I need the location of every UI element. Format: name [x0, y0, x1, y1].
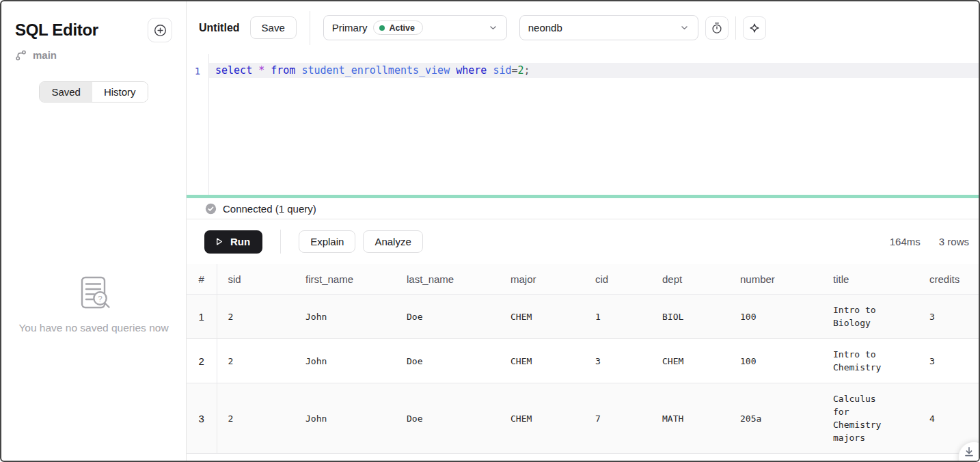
table-cell: CHEM: [651, 339, 729, 383]
table-cell: Calculus for Chemistry majors: [822, 383, 918, 454]
ai-assist-button[interactable]: [743, 16, 766, 40]
table-cell: John: [295, 383, 396, 454]
check-circle-icon: [205, 203, 217, 215]
sidebar: SQL Editor main Saved History: [1, 1, 187, 461]
query-stats: 164ms 3 rows: [890, 236, 969, 247]
branch-indicator: main: [15, 49, 172, 61]
download-icon: [963, 446, 975, 458]
database-name: neondb: [528, 22, 562, 33]
row-number: 2: [187, 339, 217, 383]
row-number: 1: [187, 295, 217, 339]
table-cell: 100: [729, 339, 822, 383]
tab-history[interactable]: History: [92, 82, 148, 102]
status-badge-label: Active: [389, 23, 415, 33]
analyze-button[interactable]: Analyze: [363, 230, 422, 253]
row-number: 3: [187, 383, 217, 454]
sql-editor-window: SQL Editor main Saved History: [0, 0, 980, 462]
table-cell: BIOL: [651, 295, 729, 339]
connection-status-bar: Connected (1 query): [187, 198, 979, 219]
column-header: dept: [651, 264, 729, 295]
stopwatch-icon: [711, 22, 723, 34]
play-icon: [214, 236, 224, 247]
table-row[interactable]: 32JohnDoeCHEM7MATH205aCalculus for Chemi…: [187, 383, 979, 454]
column-header: cid: [584, 264, 651, 295]
table-cell: 3: [918, 295, 979, 339]
table-cell: 2: [217, 383, 295, 454]
empty-state: ? You have no saved queries now: [15, 275, 172, 334]
code-area[interactable]: select * from student_enrollments_view w…: [209, 54, 979, 195]
query-actions-bar: Run Explain Analyze 164ms 3 rows: [187, 219, 979, 264]
status-badge: Active: [373, 21, 423, 35]
table-cell: 7: [584, 383, 651, 454]
database-selector-dropdown[interactable]: neondb: [519, 15, 698, 40]
compute-selector-dropdown[interactable]: Primary Active: [323, 15, 507, 40]
column-header: major: [500, 264, 584, 295]
page-title: SQL Editor: [15, 18, 98, 40]
no-queries-document-search-icon: ?: [74, 275, 113, 312]
branch-name: main: [33, 49, 57, 61]
connection-status-text: Connected (1 query): [223, 203, 316, 215]
table-cell: 205a: [729, 383, 822, 454]
sidebar-header: SQL Editor: [15, 18, 172, 42]
code-editor[interactable]: 1 select * from student_enrollments_view…: [187, 54, 979, 195]
table-cell: John: [295, 295, 396, 339]
run-button[interactable]: Run: [204, 230, 262, 254]
column-header: number: [729, 264, 822, 295]
table-row[interactable]: 12JohnDoeCHEM1BIOL100Intro to Biology3: [187, 295, 979, 339]
column-header: title: [822, 264, 918, 295]
code-line[interactable]: select * from student_enrollments_view w…: [209, 63, 979, 78]
main-panel: Untitled Save Primary Active neondb: [187, 1, 979, 461]
branch-icon: [15, 49, 27, 61]
table-cell: CHEM: [500, 383, 584, 454]
editor-toolbar: Untitled Save Primary Active neondb: [187, 1, 979, 54]
chevron-down-icon: [488, 23, 498, 33]
query-title: Untitled: [199, 22, 240, 34]
table-cell: 3: [584, 339, 651, 383]
table-cell: CHEM: [500, 295, 584, 339]
toolbar-divider: [735, 16, 736, 40]
column-header: credits: [918, 264, 979, 295]
tab-saved[interactable]: Saved: [40, 82, 92, 102]
results-body: 12JohnDoeCHEM1BIOL100Intro to Biology322…: [187, 295, 979, 454]
column-header: first_name: [295, 264, 396, 295]
compute-name: Primary: [332, 22, 368, 33]
circle-plus-icon: [154, 24, 167, 37]
results-header-row: #sidfirst_namelast_namemajorciddeptnumbe…: [187, 264, 979, 295]
table-cell: 2: [217, 339, 295, 383]
active-dot-icon: [379, 25, 385, 31]
empty-state-text: You have no saved queries now: [18, 322, 168, 334]
save-button[interactable]: Save: [250, 16, 297, 39]
table-cell: MATH: [651, 383, 729, 454]
column-header: last_name: [396, 264, 500, 295]
svg-text:?: ?: [98, 295, 102, 303]
toolbar-divider: [310, 11, 310, 45]
table-cell: Intro to Chemistry: [822, 339, 918, 383]
table-row[interactable]: 22JohnDoeCHEM3CHEM100Intro to Chemistry3: [187, 339, 979, 383]
table-cell: Doe: [396, 383, 500, 454]
results-panel: #sidfirst_namelast_namemajorciddeptnumbe…: [187, 264, 979, 461]
new-query-button[interactable]: [148, 18, 172, 42]
table-cell: 3: [918, 339, 979, 383]
table-cell: 1: [584, 295, 651, 339]
chevron-down-icon: [679, 23, 690, 33]
editor-gutter: 1: [187, 54, 209, 195]
table-cell: 2: [217, 295, 295, 339]
table-cell: Intro to Biology: [822, 295, 918, 339]
table-cell: John: [295, 339, 396, 383]
saved-history-tabs: Saved History: [39, 81, 148, 103]
run-button-label: Run: [230, 236, 250, 247]
line-number: 1: [195, 55, 200, 79]
column-header: sid: [217, 264, 295, 295]
table-cell: Doe: [396, 295, 500, 339]
table-cell: 100: [729, 295, 822, 339]
query-timer-button[interactable]: [705, 16, 729, 40]
table-cell: Doe: [396, 339, 500, 383]
explain-button[interactable]: Explain: [299, 230, 355, 253]
column-header: #: [187, 264, 217, 295]
actions-divider: [280, 230, 281, 254]
row-count: 3 rows: [939, 236, 969, 247]
table-cell: CHEM: [500, 339, 584, 383]
query-duration: 164ms: [890, 236, 921, 247]
results-table: #sidfirst_namelast_namemajorciddeptnumbe…: [187, 264, 979, 454]
sparkle-icon: [748, 22, 761, 34]
